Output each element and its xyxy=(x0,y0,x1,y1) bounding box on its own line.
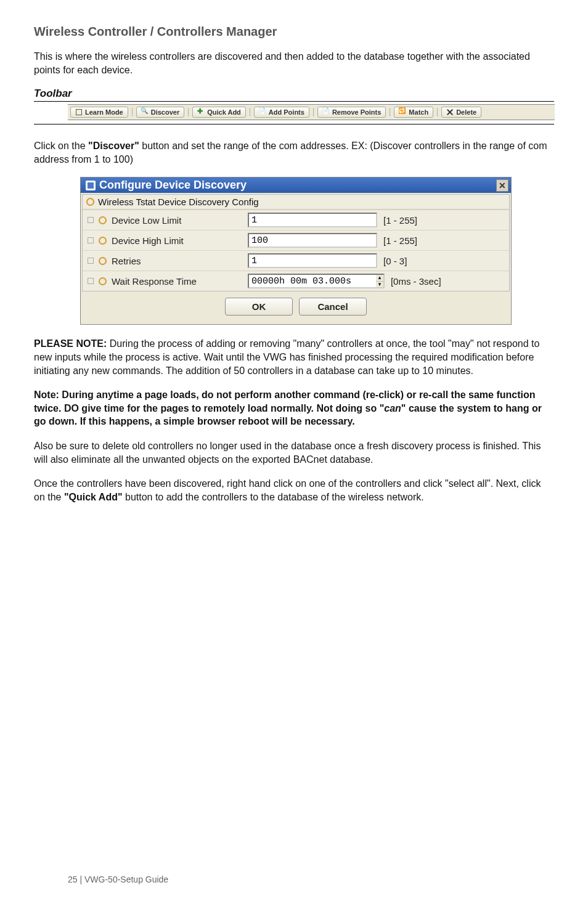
remove-points-button[interactable]: Remove Points xyxy=(317,107,386,118)
row-bullet-icon xyxy=(99,216,107,224)
toolbar-heading: Toolbar xyxy=(34,88,554,100)
discover-button[interactable]: Discover xyxy=(136,107,184,118)
delete-icon xyxy=(446,108,454,116)
discover-paragraph: Click on the "Discover" button and set t… xyxy=(34,139,554,166)
spinner-down-icon[interactable]: ▼ xyxy=(376,282,383,288)
intro-paragraph: This is where the wireless controllers a… xyxy=(34,50,554,76)
add-points-icon xyxy=(259,108,266,116)
device-low-limit-label: Device Low Limit xyxy=(112,215,181,226)
device-high-limit-input[interactable] xyxy=(248,233,377,248)
row-bullet-icon xyxy=(99,257,107,265)
toolbar-separator xyxy=(132,108,133,116)
match-icon xyxy=(399,108,406,116)
device-low-limit-range: [1 - 255] xyxy=(383,215,417,226)
delete-button[interactable]: Delete xyxy=(441,107,481,118)
dialog-group-header: Wireless Tstat Device Discovery Config xyxy=(83,195,509,210)
spinner-up-icon[interactable]: ▲ xyxy=(376,275,383,282)
configure-device-discovery-dialog: Configure Device Discovery ✕ Wireless Ts… xyxy=(80,177,512,325)
dialog-app-icon xyxy=(86,181,96,190)
remove-points-icon xyxy=(322,108,330,116)
device-low-limit-row: Device Low Limit [1 - 255] xyxy=(83,210,509,230)
toolbar-separator xyxy=(390,108,390,116)
add-points-button[interactable]: Add Points xyxy=(254,107,309,118)
toolbar-separator xyxy=(437,108,438,116)
row-marker-icon xyxy=(88,237,94,243)
row-bullet-icon xyxy=(99,237,107,245)
dialog-title-bar: Configure Device Discovery ✕ xyxy=(81,177,511,193)
dialog-close-button[interactable]: ✕ xyxy=(496,179,508,192)
ok-button[interactable]: OK xyxy=(225,298,293,316)
toolbar-divider xyxy=(34,101,554,102)
section-heading: Wireless Controller / Controllers Manage… xyxy=(34,25,554,39)
retries-range: [0 - 3] xyxy=(383,256,407,266)
note-bold-paragraph: Note: During anytime a page loads, do no… xyxy=(34,388,554,428)
toolbar-separator xyxy=(313,108,314,116)
add-points-label: Add Points xyxy=(269,108,304,116)
row-marker-icon xyxy=(88,278,94,284)
quick-add-icon xyxy=(197,108,205,116)
wait-response-time-row: Wait Response Time ▲ ▼ [0ms - 3sec] xyxy=(83,271,509,291)
once-paragraph: Once the controllers have been discovere… xyxy=(34,477,554,503)
dialog-title: Configure Device Discovery xyxy=(99,179,247,192)
row-marker-icon xyxy=(88,258,94,264)
match-label: Match xyxy=(409,108,428,116)
group-bullet-icon xyxy=(86,198,94,206)
retries-input[interactable] xyxy=(248,253,377,268)
wait-response-time-spinner[interactable]: ▲ ▼ xyxy=(376,274,385,288)
device-high-limit-row: Device High Limit [1 - 255] xyxy=(83,230,509,250)
wait-response-time-range: [0ms - 3sec] xyxy=(391,276,441,287)
match-button[interactable]: Match xyxy=(394,107,433,118)
wait-response-time-input[interactable] xyxy=(248,274,377,288)
delete-label: Delete xyxy=(456,108,476,116)
please-note-paragraph: PLEASE NOTE: During the process of addin… xyxy=(34,337,554,377)
quick-add-button[interactable]: Quick Add xyxy=(192,107,246,118)
row-bullet-icon xyxy=(99,277,107,285)
cancel-button[interactable]: Cancel xyxy=(299,298,367,316)
retries-row: Retries [0 - 3] xyxy=(83,250,509,271)
wait-response-time-label: Wait Response Time xyxy=(112,276,197,287)
discover-label: Discover xyxy=(151,108,179,116)
discover-icon xyxy=(141,108,149,116)
toolbar: Learn Mode Discover Quick Add Add Points… xyxy=(68,104,555,120)
learn-mode-icon xyxy=(75,108,83,116)
toolbar-separator xyxy=(188,108,189,116)
device-low-limit-input[interactable] xyxy=(248,213,377,227)
device-high-limit-label: Device High Limit xyxy=(112,235,184,246)
toolbar-bottom-divider xyxy=(34,124,554,124)
learn-mode-label: Learn Mode xyxy=(85,108,123,116)
toolbar-separator xyxy=(250,108,250,116)
remove-points-label: Remove Points xyxy=(332,108,381,116)
learn-mode-button[interactable]: Learn Mode xyxy=(70,107,128,118)
retries-label: Retries xyxy=(112,256,141,266)
row-marker-icon xyxy=(88,217,94,223)
quick-add-label: Quick Add xyxy=(207,108,241,116)
also-paragraph: Also be sure to delete old controllers n… xyxy=(34,439,554,466)
device-high-limit-range: [1 - 255] xyxy=(383,235,417,246)
page-footer: 25 | VWG-50-Setup Guide xyxy=(68,874,168,884)
